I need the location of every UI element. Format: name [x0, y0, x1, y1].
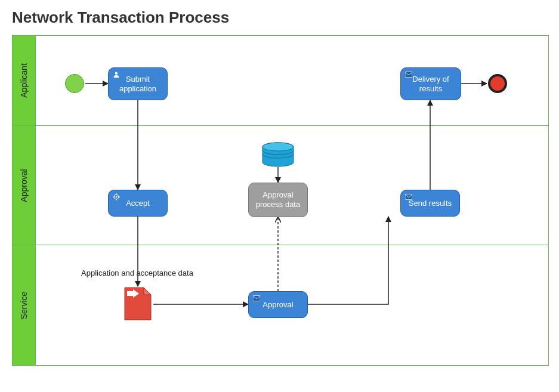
task-label: Accept	[126, 199, 150, 208]
end-event	[488, 74, 507, 93]
lane-header-applicant: Applicant	[13, 36, 36, 125]
svg-point-11	[116, 196, 118, 198]
svg-point-17	[262, 143, 294, 151]
envelope-icon	[404, 193, 413, 201]
task-approval-process-data: Approval process data	[248, 183, 308, 217]
task-submit-application: Submit application	[108, 67, 168, 100]
svg-rect-18	[405, 195, 412, 200]
lane-header-service: Service	[13, 245, 36, 365]
task-delivery-of-results: Delivery of results	[400, 67, 461, 100]
document-send-icon	[123, 286, 152, 321]
task-label: Send results	[409, 199, 452, 208]
lane-applicant: Applicant	[13, 36, 548, 125]
user-icon	[112, 70, 121, 79]
pool: Applicant Approval Service	[12, 35, 549, 366]
page-title: Network Transaction Process	[12, 8, 547, 27]
lane-header-approval: Approval	[13, 126, 36, 245]
start-event	[65, 74, 84, 93]
task-label: Approval process data	[254, 190, 302, 209]
task-label: Approval	[262, 300, 293, 310]
task-send-results: Send results	[400, 190, 460, 217]
svg-rect-20	[253, 296, 260, 301]
svg-point-8	[115, 72, 118, 75]
envelope-icon	[252, 294, 261, 303]
gear-icon	[112, 193, 121, 201]
task-accept: Accept	[108, 190, 168, 217]
lane-label: Applicant	[19, 63, 29, 98]
lane-label: Service	[19, 291, 29, 319]
lane-label: Approval	[19, 169, 29, 202]
svg-rect-9	[405, 72, 412, 78]
envelope-icon	[404, 70, 413, 79]
svg-rect-19	[127, 291, 133, 296]
data-store-icon	[261, 142, 295, 167]
task-approval: Approval	[248, 291, 308, 318]
task-label: Delivery of results	[406, 75, 456, 93]
task-label: Submit application	[113, 75, 162, 93]
data-object-label: Application and acceptance data	[81, 268, 193, 277]
